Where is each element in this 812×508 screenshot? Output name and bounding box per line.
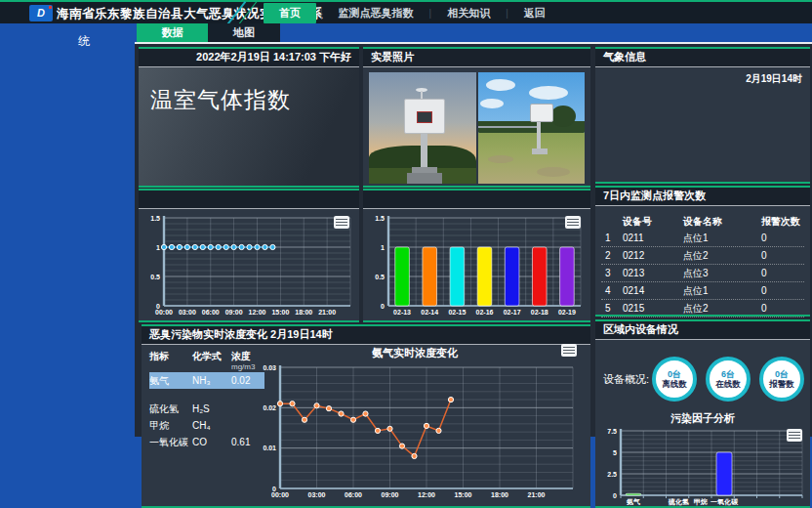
svg-text:02-14: 02-14: [421, 309, 438, 316]
photos-title: 实景照片: [363, 49, 590, 67]
row-index: 4: [601, 282, 623, 299]
app-header: D 海南省乐东黎族自治县大气恶臭状况实时发布系 首页 | 监测点恶臭指数 | 相…: [0, 2, 812, 23]
alarms-table: 设备号设备名称报警次数10211点位1020212点位2030213点位3040…: [601, 213, 804, 335]
alarm-count: 0: [761, 247, 800, 264]
alarm-count: 0: [761, 300, 800, 317]
svg-text:03:00: 03:00: [179, 309, 196, 316]
svg-text:18:00: 18:00: [295, 309, 312, 316]
chart-menu-icon[interactable]: [787, 429, 802, 442]
nav-item-odor-index[interactable]: 监测点恶臭指数: [327, 3, 426, 23]
device-name: 点位3: [683, 265, 761, 281]
panel-hourly-chart: 00.511.500:0003:0006:0009:0012:0015:0018…: [139, 189, 359, 322]
hourly-odor-index-chart: 00.511.500:0003:0006:0009:0012:0015:0018…: [141, 210, 357, 325]
site-photo-1: [369, 72, 476, 184]
tab-data[interactable]: 数据: [137, 23, 208, 42]
svg-text:氨气: 氨气: [626, 498, 640, 506]
svg-text:02-16: 02-16: [476, 309, 494, 316]
daily-chart-header: [363, 190, 590, 209]
offline-count-circle: 0台 离线数: [652, 357, 697, 402]
unit-row: mg/m3: [149, 362, 264, 372]
pollutant-row[interactable]: 氨气NH₃0.02: [149, 372, 264, 389]
chart-menu-icon[interactable]: [334, 216, 349, 229]
pollutant-name: 氨气: [149, 372, 192, 389]
svg-text:02-18: 02-18: [531, 309, 548, 316]
pollutant-row[interactable]: 甲烷CH₄: [149, 417, 264, 434]
pollutant-row[interactable]: 硫化氢H₂S: [149, 401, 264, 417]
pollutant-row[interactable]: 一氧化碳CO0.61: [149, 434, 264, 450]
svg-text:0.03: 0.03: [263, 364, 276, 371]
ammonia-chart-title: 氨气实时浓度变化: [254, 346, 576, 360]
col-indicator: 指标: [149, 350, 192, 362]
device-id: 0212: [623, 247, 683, 264]
alarm-table-row: 30213点位30: [601, 265, 804, 282]
svg-text:15:00: 15:00: [271, 309, 289, 316]
device-overview-row: 设备概况: 0台 离线数 6台 在线数 0台 报警数: [603, 351, 804, 407]
app-logo[interactable]: D: [29, 5, 53, 21]
page-title: 温室气体指数: [150, 85, 291, 115]
svg-text:0: 0: [613, 492, 617, 499]
site-photo-2: [478, 72, 586, 184]
device-id: 0213: [623, 265, 683, 281]
chart-menu-icon[interactable]: [561, 344, 577, 357]
device-name: 点位1: [683, 282, 761, 299]
nav-item-knowledge[interactable]: 相关知识: [435, 3, 502, 23]
svg-text:02-15: 02-15: [448, 309, 466, 316]
svg-text:06:00: 06:00: [202, 309, 220, 316]
svg-text:21:00: 21:00: [318, 309, 336, 316]
tab-map[interactable]: 地图: [208, 23, 280, 42]
chart-menu-icon[interactable]: [565, 216, 581, 229]
pollutants-title: 恶臭污染物实时浓度变化 2月19日14时: [142, 326, 590, 345]
greeting-datetime: 2022年2月19日 14:17:03 下午好: [139, 49, 359, 67]
device-id: 0214: [623, 282, 683, 299]
pollution-factor-title: 污染因子分析: [595, 411, 810, 426]
alarms-header-row: 设备号设备名称报警次数: [601, 213, 804, 230]
svg-text:18:00: 18:00: [491, 491, 508, 498]
device-name: 点位1: [683, 230, 761, 246]
panel-alarms: 7日内监测点报警次数 设备号设备名称报警次数10211点位1020212点位20…: [595, 186, 810, 317]
svg-text:06:00: 06:00: [345, 491, 362, 498]
svg-text:2.5: 2.5: [607, 471, 617, 478]
svg-text:一氧化碳: 一氧化碳: [710, 498, 739, 506]
alarm-table-row: 20212点位20: [601, 247, 804, 265]
svg-text:1.5: 1.5: [150, 215, 160, 222]
device-overview-label: 设备概况:: [603, 372, 652, 387]
panel-weather: 气象信息 2月19日14时: [595, 47, 810, 184]
svg-text:00:00: 00:00: [155, 309, 173, 316]
svg-text:02-13: 02-13: [393, 309, 411, 316]
svg-text:03:00: 03:00: [308, 491, 326, 498]
svg-text:1: 1: [156, 244, 160, 251]
photo1-concrete-block: [407, 173, 442, 184]
pollutant-formula: NH₃: [192, 372, 231, 389]
alarm-table-row: 40214点位10: [601, 282, 804, 300]
photo2-base: [532, 148, 548, 154]
row-index: 2: [601, 247, 623, 264]
device-id: 0215: [623, 300, 683, 317]
pollutants-table: 指标化学式浓度mg/m3氨气NH₃0.02硫化氢H₂S甲烷CH₄一氧化碳CO0.…: [149, 350, 264, 450]
photo2-cloud: [486, 79, 515, 91]
svg-text:1.5: 1.5: [375, 215, 385, 222]
panel-devices: 区域内设备情况 设备概况: 0台 离线数 6台 在线数 0台 报警数 污染因子分…: [595, 319, 810, 508]
svg-text:甲烷: 甲烷: [694, 497, 708, 506]
dashboard: D 海南省乐东黎族自治县大气恶臭状况实时发布系 首页 | 监测点恶臭指数 | 相…: [0, 0, 812, 508]
svg-text:5: 5: [613, 449, 617, 456]
svg-text:0.01: 0.01: [263, 444, 276, 451]
pollutant-formula: CO: [192, 434, 231, 450]
panel-daily-chart: 00.511.502-1302-1402-1502-1602-1702-1802…: [363, 189, 590, 322]
pollution-factor-chart: 02.557.5氨气硫化氢甲烷一氧化碳: [597, 427, 808, 508]
photo1-device-screen: [417, 111, 432, 123]
pollutant-formula: H₂S: [192, 401, 231, 417]
pollutant-name: 甲烷: [149, 417, 192, 434]
nav-separator: |: [429, 8, 432, 19]
col-formula: 化学式: [192, 350, 231, 362]
photo2-device-box: [530, 104, 553, 122]
nav-item-home[interactable]: 首页: [264, 3, 316, 23]
photo1-device-box: [404, 99, 445, 134]
weather-time: 2月19日14时: [746, 72, 802, 86]
device-name: 点位2: [683, 247, 761, 264]
nav-item-back[interactable]: 返回: [512, 3, 557, 23]
svg-text:12:00: 12:00: [249, 309, 266, 316]
device-circles: 0台 离线数 6台 在线数 0台 报警数: [652, 357, 804, 402]
alarm-count-value: 0台: [775, 369, 789, 379]
online-count-value: 6台: [721, 369, 735, 379]
row-index: 3: [601, 265, 623, 281]
